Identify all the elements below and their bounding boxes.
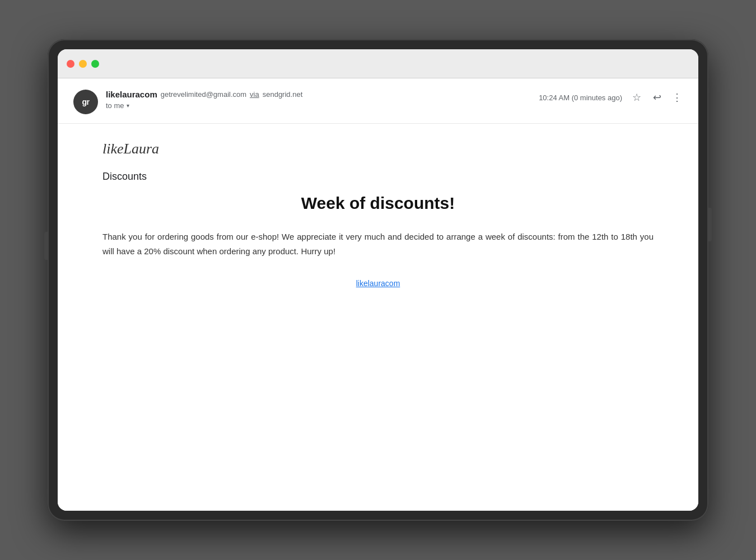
device-screen: gr likelauracom getrevelimited@gmail.com… xyxy=(58,49,698,511)
to-me-row[interactable]: to me ▾ xyxy=(106,101,302,110)
brand-logo: likeLaura xyxy=(102,141,654,157)
more-icon[interactable]: ⋮ xyxy=(671,92,683,103)
email-timestamp: 10:24 AM (0 minutes ago) xyxy=(539,94,622,102)
minimize-button[interactable] xyxy=(79,60,87,68)
email-main-heading: Week of discounts! xyxy=(102,194,654,213)
sender-email: getrevelimited@gmail.com xyxy=(161,90,246,99)
close-button[interactable] xyxy=(67,60,74,68)
email-subject-line: Discounts xyxy=(102,171,654,183)
email-body: likeLaura Discounts Week of discounts! T… xyxy=(58,124,698,311)
browser-chrome xyxy=(58,49,698,78)
sender-name-row: likelauracom getrevelimited@gmail.com vi… xyxy=(106,90,302,99)
email-actions: 10:24 AM (0 minutes ago) ☆ ↩ ⋮ xyxy=(539,90,683,103)
email-header: gr likelauracom getrevelimited@gmail.com… xyxy=(58,78,698,124)
via-domain: sendgrid.net xyxy=(263,90,303,99)
side-button-right xyxy=(708,208,712,241)
chevron-down-icon: ▾ xyxy=(127,102,129,109)
maximize-button[interactable] xyxy=(91,60,99,68)
footer-link[interactable]: likelauracom xyxy=(356,279,400,288)
reply-icon[interactable]: ↩ xyxy=(651,92,662,103)
avatar: gr xyxy=(73,90,98,114)
sender-name: likelauracom xyxy=(106,90,157,99)
side-button xyxy=(44,232,48,260)
email-body-text: Thank you for ordering goods from our e-… xyxy=(102,230,654,258)
sender-section: gr likelauracom getrevelimited@gmail.com… xyxy=(73,90,302,114)
device-frame: gr likelauracom getrevelimited@gmail.com… xyxy=(48,39,708,521)
email-container: gr likelauracom getrevelimited@gmail.com… xyxy=(58,78,698,511)
star-icon[interactable]: ☆ xyxy=(631,92,642,103)
to-me-label: to me xyxy=(106,101,124,110)
email-footer: likelauracom xyxy=(102,278,654,288)
via-label: via xyxy=(250,90,259,99)
sender-info: likelauracom getrevelimited@gmail.com vi… xyxy=(106,90,302,110)
